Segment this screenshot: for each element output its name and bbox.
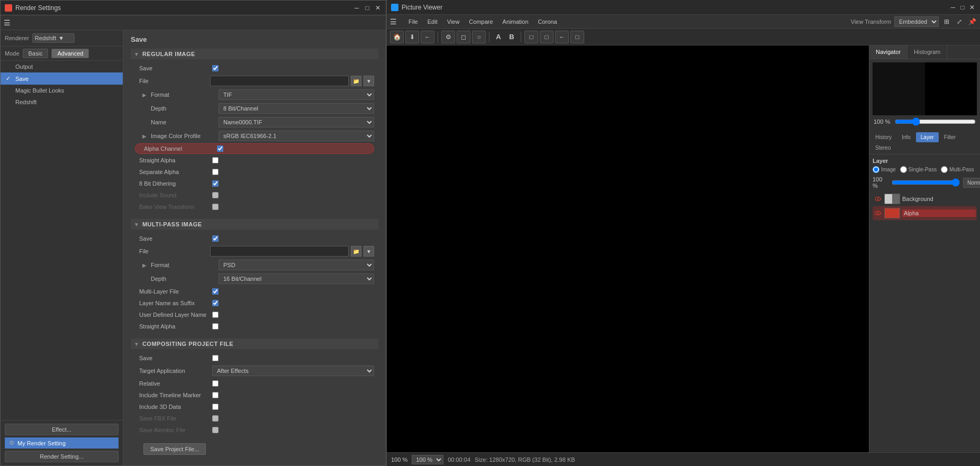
include-3d-data-checkbox[interactable] (212, 404, 219, 410)
multipass-file-options-button[interactable]: ▼ (364, 246, 374, 257)
regular-format-select[interactable]: TIF (219, 89, 374, 100)
bit-dithering-checkbox[interactable] (212, 180, 219, 187)
relative-checkbox[interactable] (212, 380, 219, 387)
pv-tool-misc[interactable]: □ (570, 31, 584, 43)
pv-close-button[interactable]: ✕ (968, 4, 976, 11)
compositing-header[interactable]: ▼ COMPOSITING PROJECT FILE (131, 339, 378, 349)
multipass-format-select[interactable]: PSD (219, 260, 374, 270)
pv-subtab-filter[interactable]: Filter (939, 132, 960, 142)
regular-image-header[interactable]: ▼ REGULAR IMAGE (131, 49, 378, 59)
pv-tool-a[interactable]: A (493, 31, 504, 43)
pv-minimize-button[interactable]: ─ (949, 4, 957, 11)
pv-subtab-info[interactable]: Info (897, 132, 915, 142)
regular-file-options-button[interactable]: ▼ (364, 76, 374, 86)
pv-tool-redo[interactable]: □ (540, 31, 553, 43)
target-application-select[interactable]: After Effects (212, 366, 374, 376)
close-button[interactable]: ✕ (374, 4, 382, 12)
pv-tool-download[interactable]: ⬇ (405, 31, 419, 43)
straight-alpha-checkbox[interactable] (212, 157, 219, 163)
gear-icon: ⚙ (9, 440, 14, 446)
effect-button[interactable]: Effect... (5, 424, 119, 435)
pv-menu-corona[interactable]: Corona (536, 17, 559, 26)
sidebar-item-output[interactable]: Output (1, 61, 123, 72)
advanced-mode-button[interactable]: Advanced (51, 49, 89, 58)
pv-menu-edit[interactable]: Edit (425, 17, 440, 26)
pv-subtab-layer[interactable]: Layer (916, 132, 939, 142)
pv-tool-display[interactable]: ◻ (457, 31, 470, 43)
multipass-save-checkbox[interactable] (212, 235, 219, 242)
render-settings-sidebar: Renderer Redshift ▼ Mode Basic Advanced … (1, 30, 123, 465)
radio-single-pass[interactable]: Single-Pass (900, 166, 937, 173)
regular-depth-select[interactable]: 8 Bit/Channel (219, 103, 374, 114)
toolbar-separator-3 (521, 32, 521, 42)
sidebar-item-magic-bullet[interactable]: Magic Bullet Looks (1, 85, 123, 96)
multipass-straight-alpha-checkbox[interactable] (212, 323, 219, 330)
pv-expand-icon[interactable]: ⤢ (955, 17, 964, 26)
status-zoom-dropdown[interactable]: 100 % (412, 455, 443, 464)
pv-subtab-history[interactable]: History (870, 132, 896, 142)
regular-name-select[interactable]: Name0000.TIF (219, 117, 374, 127)
compositing-save-checkbox[interactable] (212, 355, 219, 361)
layer-opacity-slider[interactable] (892, 178, 960, 187)
user-defined-layer-name-checkbox[interactable] (212, 312, 219, 318)
layer-name-suffix-checkbox[interactable] (212, 300, 219, 306)
regular-save-checkbox[interactable] (212, 65, 219, 71)
regular-color-profile-row: ▶ Image Color Profile sRGB IEC61966-2.1 (131, 129, 378, 143)
pv-settings-icon[interactable]: ⊞ (942, 17, 951, 26)
pv-maximize-button[interactable]: □ (959, 4, 966, 11)
pv-menu-file[interactable]: File (406, 17, 420, 26)
pv-tab-navigator[interactable]: Navigator (869, 45, 908, 59)
multi-pass-image-header[interactable]: ▼ MULTI-PASS IMAGE (131, 219, 378, 230)
sidebar-item-redshift[interactable]: Redshift (1, 96, 123, 108)
alpha-channel-checkbox[interactable] (217, 145, 223, 152)
maximize-button[interactable]: □ (364, 4, 371, 12)
layer-mode-select[interactable]: Normal (963, 178, 980, 188)
pv-tool-b[interactable]: B (506, 31, 518, 43)
save-project-file-button[interactable]: Save Project File... (143, 443, 206, 455)
pv-menu-animation[interactable]: Animation (501, 17, 531, 26)
multi-layer-file-label: Multi-Layer File (139, 288, 208, 295)
background-layer-name: Background (902, 196, 976, 202)
pv-tool-circle[interactable]: ○ (472, 31, 486, 43)
pv-tool-settings[interactable]: ⚙ (441, 31, 455, 43)
sidebar-bottom: Effect... ⚙ My Render Setting Render Set… (1, 420, 123, 465)
pv-tool-home[interactable]: 🏠 (390, 31, 404, 43)
multipass-file-browse-button[interactable]: 📁 (351, 246, 361, 257)
pv-tool-undo[interactable]: □ (524, 31, 538, 43)
radio-multi-pass[interactable]: Multi-Pass (941, 166, 974, 173)
pv-menu-view[interactable]: View (445, 17, 462, 26)
regular-file-browse-button[interactable]: 📁 (351, 76, 361, 86)
picture-viewer-toolbar: 🏠 ⬇ ← ⚙ ◻ ○ A B □ □ ← □ (387, 29, 980, 45)
multi-layer-file-checkbox[interactable] (212, 288, 219, 295)
compositing-save-label: Save (139, 355, 208, 361)
multipass-depth-select[interactable]: 16 Bit/Channel (219, 273, 374, 284)
pv-subtab-stereo[interactable]: Stereo (870, 143, 895, 153)
multipass-file-input[interactable] (210, 246, 349, 257)
pv-hamburger-icon[interactable]: ☰ (390, 17, 397, 26)
pv-pin-icon[interactable]: 📌 (967, 17, 977, 26)
pv-menu-compare[interactable]: Compare (467, 17, 495, 26)
sidebar-item-save[interactable]: ✓ Save (1, 72, 123, 85)
view-transform-select[interactable]: Embedded (894, 16, 939, 27)
minimize-button[interactable]: ─ (353, 4, 360, 12)
renderer-dropdown[interactable]: Redshift ▼ (32, 33, 75, 43)
layer-alpha-eye[interactable] (874, 209, 882, 217)
regular-file-input[interactable] (210, 76, 349, 86)
regular-format-label: Format (151, 92, 214, 98)
alpha-channel-row: Alpha Channel (135, 143, 374, 154)
separate-alpha-checkbox[interactable] (212, 169, 219, 175)
navigator-zoom-slider[interactable] (895, 117, 976, 126)
pv-tab-histogram[interactable]: Histogram (908, 45, 947, 59)
hamburger-icon[interactable]: ☰ (4, 19, 11, 27)
render-setting-button[interactable]: Render Setting... (5, 451, 119, 462)
include-timeline-marker-checkbox[interactable] (212, 392, 219, 398)
regular-color-profile-label: Image Color Profile (151, 133, 214, 139)
radio-image[interactable]: Image (873, 166, 896, 173)
picture-viewer-canvas (387, 45, 869, 452)
layer-background-eye[interactable] (874, 195, 882, 203)
basic-mode-button[interactable]: Basic (23, 49, 49, 58)
pv-tool-left2[interactable]: ← (555, 31, 569, 43)
regular-color-profile-select[interactable]: sRGB IEC61966-2.1 (219, 131, 374, 141)
pv-tool-back[interactable]: ← (421, 31, 434, 43)
save-fbx-file-checkbox (212, 415, 219, 422)
